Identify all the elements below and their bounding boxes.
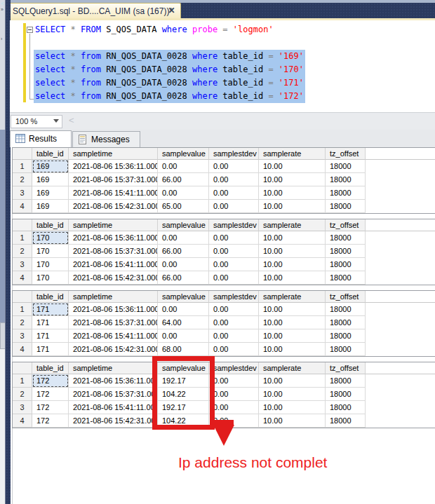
grid-cell-tz_offset[interactable]: 18000 — [326, 401, 366, 414]
grid-cell-sampletime[interactable]: 2021-08-06 15:36:11.000 — [69, 231, 158, 245]
document-tab[interactable]: SQLQuery1.sql - BD....CA_UIM (sa (167))*… — [7, 3, 181, 18]
grid-cell-samplestdev[interactable]: 0.00 — [209, 401, 259, 414]
grid-cell-sampletime[interactable]: 2021-08-06 15:42:31.000 — [69, 200, 158, 213]
editor-zoom-dropdown[interactable]: 100 % — [11, 115, 62, 128]
hscroll-left-icon[interactable]: < — [69, 115, 74, 125]
row-number[interactable]: 1 — [13, 374, 32, 388]
grid-cell-sampletime[interactable]: 2021-08-06 15:41:11.000 — [69, 401, 158, 414]
column-header-table_id[interactable]: table_id — [32, 148, 69, 160]
grid-cell-samplestdev[interactable]: 0.00 — [209, 258, 259, 271]
code-line[interactable]: select * from RN_QOS_DATA_0028 where tab… — [34, 63, 305, 76]
column-header-samplerate[interactable]: samplerate — [259, 219, 326, 231]
grid-cell-table_id[interactable]: 171 — [32, 343, 69, 356]
grid-cell-table_id[interactable]: 171 — [32, 316, 69, 329]
row-number[interactable]: 3 — [13, 329, 32, 343]
grid-cell-table_id[interactable]: 169 — [32, 200, 69, 213]
column-header-samplerate[interactable]: samplerate — [259, 148, 326, 160]
grid-cell-samplevalue[interactable]: 0.00 — [158, 231, 209, 245]
grid-cell-tz_offset[interactable]: 18000 — [326, 231, 366, 245]
collapse-region-icon[interactable] — [27, 27, 33, 33]
grid-cell-sampletime[interactable]: 2021-08-06 15:37:31.000 — [69, 245, 158, 258]
grid-cell-samplerate[interactable]: 10.00 — [259, 258, 326, 271]
column-header-samplestdev[interactable]: samplestdev — [209, 291, 259, 303]
grid-cell-table_id[interactable]: 169 — [32, 186, 69, 200]
grid-cell-table_id[interactable]: 169 — [32, 160, 69, 173]
column-header-sampletime[interactable]: sampletime — [69, 362, 158, 374]
grid-cell-tz_offset[interactable]: 18000 — [326, 316, 366, 329]
grid-cell-samplerate[interactable]: 10.00 — [259, 303, 326, 316]
grid-cell-sampletime[interactable]: 2021-08-06 15:37:31.000 — [69, 173, 158, 186]
column-header-tz_offset[interactable]: tz_offset — [326, 291, 366, 303]
column-header-tz_offset[interactable]: tz_offset — [326, 148, 366, 160]
grid-cell-tz_offset[interactable]: 18000 — [326, 160, 366, 173]
grid-cell-samplestdev[interactable]: 0.00 — [209, 329, 259, 343]
column-header-tz_offset[interactable]: tz_offset — [326, 362, 366, 374]
grid-cell-table_id[interactable]: 171 — [32, 329, 69, 343]
column-header-samplevalue[interactable]: samplevalue — [158, 291, 209, 303]
grid-cell-sampletime[interactable]: 2021-08-06 15:36:11.000 — [69, 374, 158, 388]
grid-cell-samplevalue[interactable]: 0.00 — [158, 258, 209, 271]
grid-cell-table_id[interactable]: 172 — [32, 401, 69, 414]
row-number[interactable]: 1 — [13, 160, 32, 173]
grid-cell-table_id[interactable]: 171 — [32, 303, 69, 316]
grid-cell-sampletime[interactable]: 2021-08-06 15:36:11.000 — [69, 160, 158, 173]
grid-cell-samplerate[interactable]: 10.00 — [259, 316, 326, 329]
code-line[interactable]: SELECT * FROM S_QOS_DATA where probe = '… — [34, 23, 275, 36]
column-header-samplestdev[interactable]: samplestdev — [209, 219, 259, 231]
grid-cell-samplerate[interactable]: 10.00 — [259, 343, 326, 356]
grid-cell-samplerate[interactable]: 10.00 — [259, 245, 326, 258]
grid-corner-cell[interactable] — [13, 291, 32, 303]
tab-messages[interactable]: Messages — [72, 131, 140, 147]
row-number[interactable]: 1 — [13, 231, 32, 245]
code-line[interactable]: select * from RN_QOS_DATA_0028 where tab… — [34, 90, 305, 103]
grid-cell-samplevalue[interactable]: 0.00 — [158, 303, 209, 316]
grid-cell-samplerate[interactable]: 10.00 — [259, 231, 326, 245]
column-header-tz_offset[interactable]: tz_offset — [326, 219, 366, 231]
grid-cell-tz_offset[interactable]: 18000 — [326, 414, 366, 428]
grid-cell-samplerate[interactable]: 10.00 — [259, 329, 326, 343]
grid-cell-samplestdev[interactable]: 0.00 — [209, 374, 259, 388]
code-line[interactable]: select * from RN_QOS_DATA_0028 where tab… — [34, 76, 305, 90]
grid-cell-tz_offset[interactable]: 18000 — [326, 388, 366, 401]
grid-cell-samplestdev[interactable]: 0.00 — [209, 245, 259, 258]
grid-cell-table_id[interactable]: 170 — [32, 245, 69, 258]
grid-corner-cell[interactable] — [13, 362, 32, 374]
row-number[interactable]: 4 — [13, 343, 32, 356]
column-header-samplevalue[interactable]: samplevalue — [158, 148, 209, 160]
grid-cell-table_id[interactable]: 169 — [32, 173, 69, 186]
grid-cell-samplestdev[interactable]: 0.00 — [209, 160, 259, 173]
column-header-table_id[interactable]: table_id — [32, 219, 69, 231]
grid-cell-samplevalue[interactable]: 64.00 — [158, 316, 209, 329]
grid-cell-tz_offset[interactable]: 18000 — [326, 245, 366, 258]
grid-cell-sampletime[interactable]: 2021-08-06 15:36:11.000 — [69, 303, 158, 316]
grid-cell-sampletime[interactable]: 2021-08-06 15:42:31.000 — [69, 271, 158, 285]
grid-cell-samplestdev[interactable]: 0.00 — [209, 303, 259, 316]
grid-cell-tz_offset[interactable]: 18000 — [326, 200, 366, 213]
column-header-samplerate[interactable]: samplerate — [259, 362, 326, 374]
grid-cell-tz_offset[interactable]: 18000 — [326, 343, 366, 356]
grid-cell-samplestdev[interactable]: 0.00 — [209, 343, 259, 356]
grid-cell-tz_offset[interactable]: 18000 — [326, 186, 366, 200]
code-line[interactable]: select * from RN_QOS_DATA_0028 where tab… — [34, 50, 305, 63]
grid-corner-cell[interactable] — [13, 219, 32, 231]
grid-cell-table_id[interactable]: 170 — [32, 258, 69, 271]
grid-cell-samplevalue[interactable]: 68.00 — [158, 343, 209, 356]
grid-cell-sampletime[interactable]: 2021-08-06 15:37:31.000 — [69, 316, 158, 329]
column-header-sampletime[interactable]: sampletime — [69, 148, 158, 160]
row-number[interactable]: 3 — [13, 258, 32, 271]
grid-cell-table_id[interactable]: 172 — [32, 388, 69, 401]
code-line[interactable] — [34, 36, 36, 50]
grid-cell-samplerate[interactable]: 10.00 — [259, 173, 326, 186]
grid-cell-table_id[interactable]: 172 — [32, 374, 69, 388]
tab-results[interactable]: Results — [10, 130, 72, 147]
column-header-sampletime[interactable]: sampletime — [69, 291, 158, 303]
row-number[interactable]: 4 — [13, 271, 32, 285]
grid-cell-samplestdev[interactable]: 0.00 — [209, 231, 259, 245]
grid-cell-samplevalue[interactable]: 0.00 — [158, 186, 209, 200]
grid-cell-samplestdev[interactable]: 0.00 — [209, 173, 259, 186]
row-number[interactable]: 3 — [13, 401, 32, 414]
grid-corner-cell[interactable] — [13, 148, 32, 160]
grid-cell-samplestdev[interactable]: 0.00 — [209, 271, 259, 285]
row-number[interactable]: 3 — [13, 186, 32, 200]
grid-cell-tz_offset[interactable]: 18000 — [326, 271, 366, 285]
